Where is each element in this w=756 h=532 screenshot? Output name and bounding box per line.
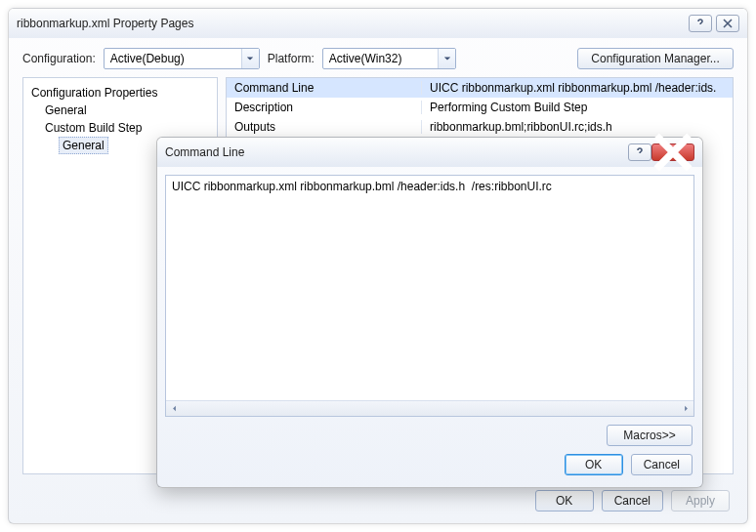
grid-row[interactable]: Command Line UICC ribbonmarkup.xml ribbo… <box>227 78 733 98</box>
chevron-down-icon <box>438 49 455 68</box>
grid-key: Command Line <box>227 81 422 95</box>
grid-row[interactable]: Description Performing Custom Build Step <box>227 98 733 117</box>
dialog-close-button[interactable] <box>651 143 694 161</box>
close-button[interactable] <box>716 15 739 32</box>
tree-root[interactable]: Configuration Properties <box>27 84 213 102</box>
cancel-button[interactable]: Cancel <box>602 490 663 512</box>
platform-combo[interactable]: Active(Win32) <box>322 48 457 69</box>
platform-label: Platform: <box>268 52 315 65</box>
close-icon <box>652 132 693 173</box>
scroll-left-icon[interactable] <box>166 401 182 416</box>
help-icon <box>635 147 645 157</box>
dialog-title: Command Line <box>165 145 624 159</box>
tree-custom-build-step[interactable]: Custom Build Step <box>27 119 213 137</box>
dialog-ok-button[interactable]: OK <box>565 454 623 475</box>
configuration-combo[interactable]: Active(Debug) <box>104 48 260 69</box>
parent-title: ribbonmarkup.xml Property Pages <box>17 17 685 30</box>
config-bar: Configuration: Active(Debug) Platform: A… <box>9 38 747 77</box>
configuration-manager-button[interactable]: Configuration Manager... <box>577 48 734 69</box>
scroll-right-icon[interactable] <box>678 401 693 416</box>
help-button[interactable] <box>689 15 712 32</box>
grid-key: Outputs <box>227 120 422 134</box>
parent-footer: OK Cancel Apply <box>535 490 730 512</box>
grid-val: UICC ribbonmarkup.xml ribbonmarkup.bml /… <box>422 81 733 95</box>
ok-button[interactable]: OK <box>535 490 594 512</box>
grid-val: Performing Custom Build Step <box>422 101 733 114</box>
horizontal-scrollbar[interactable] <box>166 400 693 416</box>
tree-general[interactable]: General <box>27 102 213 119</box>
apply-button: Apply <box>671 490 730 512</box>
configuration-value: Active(Debug) <box>110 52 185 65</box>
help-icon <box>695 19 705 28</box>
configuration-label: Configuration: <box>22 52 96 65</box>
platform-value: Active(Win32) <box>329 52 402 65</box>
chevron-down-icon <box>241 49 259 68</box>
parent-titlebar[interactable]: ribbonmarkup.xml Property Pages <box>9 9 747 38</box>
scroll-track[interactable] <box>182 401 678 416</box>
dialog-titlebar[interactable]: Command Line <box>157 138 702 167</box>
close-icon <box>723 19 733 28</box>
dialog-content <box>165 175 694 417</box>
command-line-textarea[interactable] <box>166 176 693 400</box>
command-line-dialog: Command Line Macros>> OK Cancel <box>156 137 703 488</box>
macros-button[interactable]: Macros>> <box>607 425 693 446</box>
dialog-cancel-button[interactable]: Cancel <box>631 454 693 475</box>
grid-key: Description <box>227 101 422 114</box>
dialog-footer: Macros>> OK Cancel <box>157 425 702 487</box>
dialog-help-button[interactable] <box>628 143 651 161</box>
